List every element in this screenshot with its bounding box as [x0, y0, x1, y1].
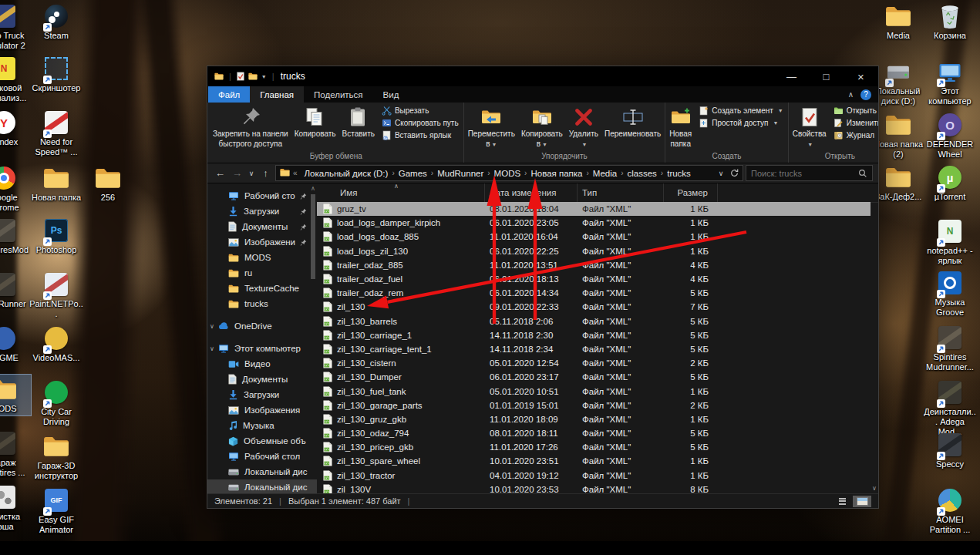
desktop-icon[interactable]: City Car Driving	[29, 378, 83, 429]
desktop-icon[interactable]: Музыка Groove	[923, 268, 977, 319]
column-header-size[interactable]: Размер	[664, 183, 718, 202]
sidebar-item[interactable]: Объемные объ	[207, 433, 317, 449]
desktop-icon[interactable]: MODS	[0, 375, 31, 415]
sidebar-item[interactable]: Музыка	[207, 418, 317, 433]
desktop-icon[interactable]: Paint.NETPo...	[29, 270, 83, 321]
ribbon-button-small[interactable]: Журнал	[832, 130, 878, 140]
desktop-icon[interactable]: GIF Easy GIF Animator	[29, 486, 83, 536]
file-row[interactable]: load_logs_zil_130 06.01.2020 22:25 Файл …	[317, 244, 871, 258]
file-row[interactable]: zil_130 09.01.2020 22:33 Файл "XML" 7 КБ	[317, 300, 871, 314]
ribbon-button-small[interactable]: Простой доступ▼	[697, 118, 785, 128]
breadcrumb-item[interactable]: MODS	[490, 169, 525, 178]
sidebar-item[interactable]: Локальный дис	[207, 479, 317, 493]
desktop-icon[interactable]: Очистка кэша	[0, 483, 31, 533]
desktop-icon[interactable]: MudRunner	[0, 270, 31, 311]
sidebar-item[interactable]: Локальный дис	[207, 464, 317, 479]
desktop-icon[interactable]: Speccy	[923, 430, 977, 471]
desktop-icon[interactable]: AOMEI Partition ...	[923, 486, 977, 536]
desktop-icon[interactable]: JSGME	[0, 324, 31, 365]
ribbon-button-big[interactable]: Переименовать	[601, 103, 664, 151]
forward-icon[interactable]: →	[230, 167, 244, 179]
file-row[interactable]: trailer_odaz_885 11.01.2020 13:51 Файл "…	[317, 258, 871, 272]
file-row[interactable]: zil_130_Dumper 06.01.2020 23:17 Файл "XM…	[317, 370, 871, 384]
ribbon-group-label[interactable]: Упорядочить	[465, 151, 665, 163]
breadcrumb-item[interactable]: Games	[395, 169, 431, 178]
desktop-icon[interactable]: Spintires Mudrunner...	[923, 323, 977, 374]
ribbon-button-big[interactable]: Переместитьв▼	[465, 103, 518, 151]
scroll-up-icon[interactable]: ∧	[310, 185, 316, 192]
sidebar-item[interactable]: Загрузки	[207, 387, 317, 402]
sidebar-item[interactable]: Рабочий сто	[207, 188, 317, 204]
file-row[interactable]: zil_130_tractor 04.01.2020 19:12 Файл "X…	[317, 469, 871, 483]
file-row[interactable]: zil_130_carriage_1 14.11.2018 2:30 Файл …	[317, 328, 871, 342]
desktop-icon[interactable]: Google Chrome	[0, 163, 31, 214]
address-dropdown-icon[interactable]: ∨	[716, 170, 726, 177]
ribbon-group-label[interactable]: Открыть	[790, 151, 878, 163]
file-row[interactable]: zil_130_barrels 05.11.2018 2:06 Файл "XM…	[317, 314, 871, 328]
ribbon-button-small[interactable]: Скопировать путь	[380, 118, 460, 128]
desktop-icon[interactable]: N notepad++ - ярлык	[923, 217, 977, 267]
details-view-button[interactable]	[833, 496, 851, 507]
ribbon-button-small[interactable]: Изменить	[832, 118, 878, 128]
file-row[interactable]: zil_130_spare_wheel 10.01.2020 23:51 Фай…	[317, 454, 871, 468]
sidebar-item[interactable]: ∨ Этот компьютер	[207, 341, 317, 356]
desktop-icon[interactable]: VideoMAS...	[29, 324, 83, 365]
ribbon-button-big[interactable]: Новаяпапка	[666, 103, 695, 151]
desktop-icon[interactable]: Корзина	[923, 2, 977, 42]
desktop-icon[interactable]: Новая папка (2)	[871, 110, 925, 161]
search-box[interactable]	[746, 165, 873, 181]
ribbon-tab-3[interactable]: Вид	[373, 86, 409, 103]
file-row[interactable]: trailer_odaz_fuel 06.01.2020 18:13 Файл …	[317, 272, 871, 286]
sidebar-item[interactable]: Изображени	[207, 234, 317, 250]
breadcrumb-item[interactable]: classes	[624, 169, 661, 178]
file-row[interactable]: zil_130_odaz_794 08.01.2020 18:11 Файл "…	[317, 426, 871, 440]
refresh-icon[interactable]	[730, 169, 739, 177]
sidebar-item[interactable]: Документы	[207, 219, 317, 234]
file-row[interactable]: zil_130_garage_parts 01.01.2019 15:01 Фа…	[317, 399, 871, 412]
scroll-down-icon[interactable]: ∨	[871, 485, 878, 492]
ribbon-button-small[interactable]: Создать элемент▼	[697, 106, 785, 116]
sidebar-item[interactable]: Документы	[207, 372, 317, 387]
title-bar[interactable]: |▼| trucks — □ ×	[207, 66, 878, 86]
desktop-icon[interactable]: ЗаК-Деф2...	[871, 163, 925, 204]
up-icon[interactable]: ↑	[258, 167, 273, 179]
desktop-icon[interactable]: Скриншотер	[29, 54, 83, 95]
desktop-icon[interactable]: O DEFENDER Wheel	[923, 110, 977, 161]
sidebar-item[interactable]: Видео	[207, 356, 317, 372]
desktop-icon[interactable]: Новая папка	[29, 163, 83, 204]
expander-icon[interactable]: ∨	[210, 323, 214, 330]
ribbon-button-small[interactable]: Вырезать	[380, 106, 460, 116]
desktop-icon[interactable]: Need for Speed™ ...	[29, 108, 83, 159]
file-row[interactable]: zil_130V 10.01.2020 23:53 Файл "XML" 8 К…	[317, 483, 871, 493]
column-header-date[interactable]: Дата изменения	[485, 183, 578, 202]
desktop-icon[interactable]: 256	[81, 163, 135, 204]
sidebar-item[interactable]: Загрузки	[207, 204, 317, 219]
breadcrumb-item[interactable]: Локальный диск (D:)	[301, 169, 392, 178]
column-header-type[interactable]: Тип	[578, 183, 664, 202]
ribbon-button-small[interactable]: Открыть▼	[832, 106, 878, 116]
desktop-icon[interactable]: Y Yandex	[0, 108, 31, 149]
desktop-icon[interactable]: Media	[871, 2, 925, 42]
ribbon-button-small[interactable]: Вставить ярлык	[380, 130, 460, 140]
list-scrollbar[interactable]: ∨	[871, 202, 878, 493]
ribbon-button-big[interactable]: Вставить	[339, 103, 378, 151]
desktop-icon[interactable]: Euro Truck Simulator 2	[0, 2, 31, 52]
qat-dropdown-icon[interactable]: ▼	[261, 74, 267, 79]
thumbnails-view-button[interactable]	[853, 496, 871, 507]
maximize-button[interactable]: □	[809, 66, 844, 86]
file-row[interactable]: load_logs_damper_kirpich 06.01.2020 23:0…	[317, 216, 871, 230]
search-input[interactable]	[746, 169, 858, 178]
ribbon-tab-2[interactable]: Поделиться	[304, 86, 373, 103]
search-icon[interactable]	[858, 169, 872, 178]
file-row[interactable]: gruz_tv 08.01.2020 18:04 Файл "XML" 1 КБ	[317, 202, 871, 216]
desktop-icon[interactable]: µ µTorrent	[923, 163, 977, 204]
desktop-icon[interactable]: N Звуковой нормализ...	[0, 54, 31, 105]
breadcrumb-item[interactable]: Новая папка	[527, 169, 586, 178]
ribbon-button-big[interactable]: Свойства▼	[790, 103, 830, 151]
ribbon-button-big[interactable]: Удалить▼	[566, 103, 601, 151]
file-row[interactable]: zil_130_fuel_tank 05.01.2020 10:51 Файл …	[317, 384, 871, 398]
desktop-icon[interactable]: Steam	[29, 2, 83, 42]
file-row[interactable]: zil_130_gruz_gkb 11.01.2020 18:09 Файл "…	[317, 412, 871, 426]
file-row[interactable]: zil_130_pricep_gkb 11.01.2020 17:26 Файл…	[317, 440, 871, 454]
column-header-name[interactable]: Имя∧	[317, 183, 485, 202]
